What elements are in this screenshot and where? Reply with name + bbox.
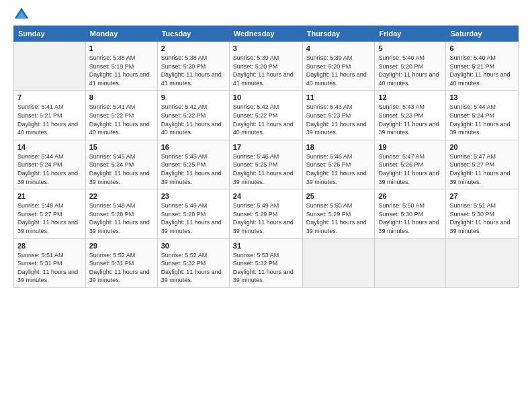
calendar-cell: 4Sunrise: 5:39 AM Sunset: 5:20 PM Daylig… — [302, 42, 375, 91]
calendar-cell: 2Sunrise: 5:38 AM Sunset: 5:20 PM Daylig… — [157, 42, 229, 91]
calendar-cell: 28Sunrise: 5:51 AM Sunset: 5:31 PM Dayli… — [14, 238, 86, 287]
day-info: Sunrise: 5:45 AM Sunset: 5:24 PM Dayligh… — [89, 152, 154, 186]
day-info: Sunrise: 5:43 AM Sunset: 5:23 PM Dayligh… — [378, 103, 442, 136]
calendar-cell: 18Sunrise: 5:46 AM Sunset: 5:26 PM Dayli… — [302, 140, 375, 189]
calendar-cell: 12Sunrise: 5:43 AM Sunset: 5:23 PM Dayli… — [375, 91, 446, 140]
day-info: Sunrise: 5:51 AM Sunset: 5:30 PM Dayligh… — [449, 201, 515, 235]
day-number: 16 — [161, 143, 226, 151]
day-number: 24 — [233, 192, 299, 200]
calendar-cell: 3Sunrise: 5:39 AM Sunset: 5:20 PM Daylig… — [229, 42, 302, 91]
calendar-week-2: 7Sunrise: 5:41 AM Sunset: 5:21 PM Daylig… — [14, 91, 519, 140]
day-number: 25 — [306, 192, 371, 200]
calendar-week-3: 14Sunrise: 5:44 AM Sunset: 5:24 PM Dayli… — [14, 140, 519, 189]
calendar-cell: 29Sunrise: 5:52 AM Sunset: 5:31 PM Dayli… — [85, 238, 157, 287]
day-info: Sunrise: 5:47 AM Sunset: 5:27 PM Dayligh… — [449, 152, 515, 186]
calendar-cell: 10Sunrise: 5:42 AM Sunset: 5:22 PM Dayli… — [229, 91, 302, 140]
calendar-cell: 25Sunrise: 5:50 AM Sunset: 5:29 PM Dayli… — [302, 189, 375, 238]
day-number: 9 — [161, 93, 226, 101]
calendar-cell: 31Sunrise: 5:53 AM Sunset: 5:32 PM Dayli… — [229, 238, 302, 287]
calendar-cell — [14, 42, 86, 91]
calendar-cell: 8Sunrise: 5:41 AM Sunset: 5:22 PM Daylig… — [85, 91, 157, 140]
day-info: Sunrise: 5:41 AM Sunset: 5:21 PM Dayligh… — [17, 103, 82, 136]
day-number: 31 — [233, 242, 299, 250]
day-info: Sunrise: 5:46 AM Sunset: 5:26 PM Dayligh… — [306, 152, 371, 186]
calendar-header-row: SundayMondayTuesdayWednesdayThursdayFrid… — [14, 26, 519, 42]
calendar-header-wednesday: Wednesday — [229, 26, 302, 42]
day-info: Sunrise: 5:44 AM Sunset: 5:24 PM Dayligh… — [17, 152, 82, 186]
day-number: 1 — [89, 44, 154, 52]
logo-icon — [13, 7, 30, 23]
calendar-table: SundayMondayTuesdayWednesdayThursdayFrid… — [13, 26, 519, 288]
calendar-week-4: 21Sunrise: 5:48 AM Sunset: 5:27 PM Dayli… — [14, 189, 519, 238]
page-container: SundayMondayTuesdayWednesdayThursdayFrid… — [0, 0, 532, 295]
calendar-cell: 11Sunrise: 5:43 AM Sunset: 5:23 PM Dayli… — [302, 91, 375, 140]
day-info: Sunrise: 5:38 AM Sunset: 5:20 PM Dayligh… — [161, 54, 226, 87]
day-number: 30 — [161, 242, 226, 250]
day-number: 6 — [449, 44, 515, 52]
day-number: 26 — [378, 192, 442, 200]
calendar-header-tuesday: Tuesday — [157, 26, 229, 42]
calendar-header-sunday: Sunday — [14, 26, 86, 42]
calendar-cell: 7Sunrise: 5:41 AM Sunset: 5:21 PM Daylig… — [14, 91, 86, 140]
calendar-cell: 21Sunrise: 5:48 AM Sunset: 5:27 PM Dayli… — [14, 189, 86, 238]
day-number: 3 — [233, 44, 299, 52]
day-number: 7 — [17, 93, 82, 101]
calendar-cell: 14Sunrise: 5:44 AM Sunset: 5:24 PM Dayli… — [14, 140, 86, 189]
day-number: 13 — [449, 93, 515, 101]
logo — [13, 7, 32, 23]
day-info: Sunrise: 5:42 AM Sunset: 5:22 PM Dayligh… — [233, 103, 299, 136]
header — [13, 7, 519, 23]
calendar-cell — [446, 238, 519, 287]
calendar-cell: 19Sunrise: 5:47 AM Sunset: 5:26 PM Dayli… — [375, 140, 446, 189]
calendar-cell: 27Sunrise: 5:51 AM Sunset: 5:30 PM Dayli… — [446, 189, 519, 238]
day-info: Sunrise: 5:42 AM Sunset: 5:22 PM Dayligh… — [161, 103, 226, 136]
day-info: Sunrise: 5:53 AM Sunset: 5:32 PM Dayligh… — [233, 251, 299, 285]
day-number: 12 — [378, 93, 442, 101]
day-number: 2 — [161, 44, 226, 52]
day-number: 19 — [378, 143, 442, 151]
day-number: 21 — [17, 192, 82, 200]
day-info: Sunrise: 5:47 AM Sunset: 5:26 PM Dayligh… — [378, 152, 442, 186]
day-number: 29 — [89, 242, 154, 250]
day-info: Sunrise: 5:52 AM Sunset: 5:31 PM Dayligh… — [89, 251, 154, 285]
calendar-week-5: 28Sunrise: 5:51 AM Sunset: 5:31 PM Dayli… — [14, 238, 519, 287]
day-number: 28 — [17, 242, 82, 250]
calendar-cell: 17Sunrise: 5:46 AM Sunset: 5:25 PM Dayli… — [229, 140, 302, 189]
day-info: Sunrise: 5:48 AM Sunset: 5:28 PM Dayligh… — [89, 201, 154, 235]
calendar-cell: 5Sunrise: 5:40 AM Sunset: 5:20 PM Daylig… — [375, 42, 446, 91]
day-info: Sunrise: 5:44 AM Sunset: 5:24 PM Dayligh… — [449, 103, 515, 136]
calendar-cell: 24Sunrise: 5:49 AM Sunset: 5:29 PM Dayli… — [229, 189, 302, 238]
day-info: Sunrise: 5:43 AM Sunset: 5:23 PM Dayligh… — [306, 103, 371, 136]
day-number: 15 — [89, 143, 154, 151]
day-info: Sunrise: 5:49 AM Sunset: 5:28 PM Dayligh… — [161, 201, 226, 235]
day-info: Sunrise: 5:50 AM Sunset: 5:29 PM Dayligh… — [306, 201, 371, 235]
day-info: Sunrise: 5:48 AM Sunset: 5:27 PM Dayligh… — [17, 201, 82, 235]
day-info: Sunrise: 5:39 AM Sunset: 5:20 PM Dayligh… — [233, 54, 299, 87]
calendar-cell: 16Sunrise: 5:45 AM Sunset: 5:25 PM Dayli… — [157, 140, 229, 189]
calendar-cell: 6Sunrise: 5:40 AM Sunset: 5:21 PM Daylig… — [446, 42, 519, 91]
calendar-header-monday: Monday — [85, 26, 157, 42]
day-info: Sunrise: 5:50 AM Sunset: 5:30 PM Dayligh… — [378, 201, 442, 235]
day-info: Sunrise: 5:45 AM Sunset: 5:25 PM Dayligh… — [161, 152, 226, 186]
day-number: 10 — [233, 93, 299, 101]
day-info: Sunrise: 5:51 AM Sunset: 5:31 PM Dayligh… — [17, 251, 82, 285]
calendar-header-saturday: Saturday — [446, 26, 519, 42]
calendar-cell — [375, 238, 446, 287]
calendar-cell: 26Sunrise: 5:50 AM Sunset: 5:30 PM Dayli… — [375, 189, 446, 238]
calendar-cell: 13Sunrise: 5:44 AM Sunset: 5:24 PM Dayli… — [446, 91, 519, 140]
day-info: Sunrise: 5:38 AM Sunset: 5:19 PM Dayligh… — [89, 54, 154, 87]
day-info: Sunrise: 5:39 AM Sunset: 5:20 PM Dayligh… — [306, 54, 371, 87]
day-info: Sunrise: 5:52 AM Sunset: 5:32 PM Dayligh… — [161, 251, 226, 285]
day-info: Sunrise: 5:41 AM Sunset: 5:22 PM Dayligh… — [89, 103, 154, 136]
day-number: 20 — [449, 143, 515, 151]
day-number: 8 — [89, 93, 154, 101]
calendar-header-thursday: Thursday — [302, 26, 375, 42]
day-info: Sunrise: 5:40 AM Sunset: 5:20 PM Dayligh… — [378, 54, 442, 87]
calendar-cell: 1Sunrise: 5:38 AM Sunset: 5:19 PM Daylig… — [85, 42, 157, 91]
calendar-cell: 20Sunrise: 5:47 AM Sunset: 5:27 PM Dayli… — [446, 140, 519, 189]
calendar-header-friday: Friday — [375, 26, 446, 42]
day-number: 18 — [306, 143, 371, 151]
calendar-cell: 22Sunrise: 5:48 AM Sunset: 5:28 PM Dayli… — [85, 189, 157, 238]
calendar-cell: 23Sunrise: 5:49 AM Sunset: 5:28 PM Dayli… — [157, 189, 229, 238]
day-number: 22 — [89, 192, 154, 200]
